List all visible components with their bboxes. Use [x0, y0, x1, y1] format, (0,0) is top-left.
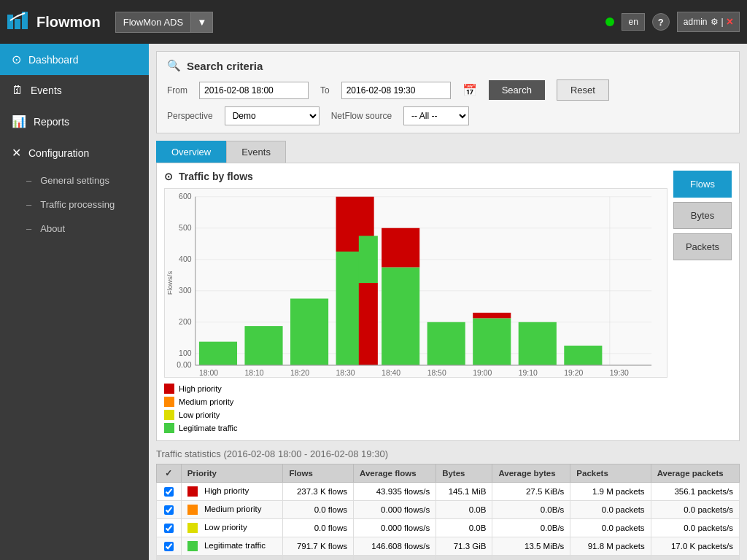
- chart-legend: High priority Medium priority Low priori…: [164, 384, 667, 433]
- stats-title: Traffic statistics (2016-02-08 18:00 - 2…: [156, 448, 740, 459]
- dashboard-icon: ⊙: [12, 52, 21, 66]
- priority-label-3: Legitimate traffic: [204, 541, 266, 550]
- content: 🔍 Search criteria From To 📅 Search Reset…: [149, 44, 747, 560]
- row-bytes-1: 0.0B: [436, 501, 492, 519]
- svg-rect-17: [199, 342, 237, 365]
- search-panel: 🔍 Search criteria From To 📅 Search Reset…: [156, 51, 740, 133]
- col-header-avg-bytes: Average bytes: [492, 464, 570, 483]
- user-menu[interactable]: admin ⚙ | ×: [677, 12, 740, 32]
- row-avg-packets-2: 0.0 packets/s: [651, 519, 739, 537]
- legend-item-low: Low priority: [164, 410, 667, 420]
- chart-container: 600 500 400 300 200 100 0.00 Flows/s: [164, 188, 667, 378]
- svg-rect-24: [382, 268, 419, 365]
- svg-text:Flows/s: Flows/s: [166, 271, 174, 295]
- col-header-avg-packets: Average packets: [651, 464, 739, 483]
- priority-checkbox-0[interactable]: [164, 487, 174, 497]
- sidebar-item-configuration[interactable]: ✕ Configuration: [0, 137, 149, 168]
- priority-color-0: [187, 486, 198, 497]
- header: Flowmon FlowMon ADS ▼ en ? admin ⚙ | ×: [0, 0, 747, 44]
- row-check-2: [157, 519, 182, 537]
- sidebar-item-traffic-processing[interactable]: Traffic processing: [0, 192, 149, 217]
- to-input[interactable]: [341, 82, 451, 99]
- user-settings-icon: ⚙: [711, 17, 719, 27]
- priority-color-2: [187, 523, 198, 533]
- logo-icon: [7, 10, 31, 34]
- netflow-select[interactable]: -- All --: [403, 106, 469, 125]
- priority-checkbox-2[interactable]: [164, 524, 174, 533]
- table-header-row: ✓ Priority Flows Average flows Bytes Ave…: [157, 464, 740, 483]
- app-name: FlowMon ADS: [123, 17, 183, 28]
- search-row-dates: From To 📅 Search Reset: [167, 79, 729, 101]
- app-selector[interactable]: FlowMon ADS: [115, 12, 191, 33]
- separator: |: [721, 17, 724, 27]
- svg-text:19:30: 19:30: [610, 368, 629, 377]
- search-panel-header: 🔍 Search criteria: [167, 59, 729, 72]
- priority-checkbox-3[interactable]: [164, 542, 174, 551]
- events-icon: 🗓: [12, 84, 23, 97]
- legend-label-high: High priority: [179, 384, 222, 393]
- svg-text:18:30: 18:30: [336, 368, 355, 377]
- legend-color-legitimate: [164, 423, 174, 433]
- row-flows-1: 0.0 flows: [283, 501, 354, 519]
- sidebar-item-reports[interactable]: 📊 Reports: [0, 106, 149, 137]
- sidebar-item-dashboard[interactable]: ⊙ Dashboard: [0, 44, 149, 75]
- flows-button[interactable]: Flows: [673, 171, 732, 198]
- tabs: Overview Events: [156, 141, 740, 163]
- row-avg-flows-0: 43.935 flows/s: [354, 483, 436, 501]
- sidebar-item-label: Configuration: [28, 147, 89, 159]
- status-indicator: [605, 18, 614, 26]
- sidebar-item-label: Dashboard: [28, 54, 79, 66]
- language-button[interactable]: en: [622, 13, 644, 31]
- total-flows: 1.0 M flows: [283, 556, 354, 561]
- row-flows-3: 791.7 K flows: [283, 537, 354, 556]
- legend-item-legitimate: Legitimate traffic: [164, 423, 667, 433]
- row-check-3: [157, 537, 182, 556]
- priority-checkbox-1[interactable]: [164, 505, 174, 515]
- reset-button[interactable]: Reset: [557, 79, 609, 101]
- row-priority-3: Legitimate traffic: [181, 537, 283, 556]
- svg-rect-27: [473, 318, 511, 365]
- svg-rect-0: [7, 15, 13, 29]
- priority-label-1: Medium priority: [204, 505, 262, 513]
- row-packets-0: 1.9 M packets: [570, 483, 651, 501]
- bytes-button[interactable]: Bytes: [673, 202, 732, 229]
- legend-color-high: [164, 384, 174, 394]
- tab-events[interactable]: Events: [226, 141, 286, 163]
- total-bytes: 71.4 GiB: [436, 556, 492, 561]
- total-check: [157, 556, 182, 561]
- row-check-1: [157, 501, 182, 519]
- row-bytes-2: 0.0B: [436, 519, 492, 537]
- help-button[interactable]: ?: [652, 13, 670, 31]
- priority-color-3: [187, 541, 198, 551]
- perspective-select[interactable]: Demo: [225, 106, 320, 125]
- row-check-0: [157, 483, 182, 501]
- stats-table: ✓ Priority Flows Average flows Bytes Ave…: [156, 464, 740, 560]
- reports-icon: 📊: [12, 114, 26, 128]
- logout-icon[interactable]: ×: [727, 15, 733, 28]
- calendar-icon[interactable]: 📅: [462, 83, 477, 97]
- row-avg-flows-1: 0.000 flows/s: [354, 501, 436, 519]
- svg-text:500: 500: [179, 223, 191, 232]
- sidebar-item-general-settings[interactable]: General settings: [0, 168, 149, 192]
- row-flows-2: 0.0 flows: [283, 519, 354, 537]
- legend-label-medium: Medium priority: [179, 397, 233, 406]
- row-avg-bytes-2: 0.0B/s: [492, 519, 570, 537]
- svg-text:18:50: 18:50: [427, 368, 446, 377]
- legend-label-legitimate: Legitimate traffic: [179, 424, 238, 432]
- tab-overview[interactable]: Overview: [156, 141, 226, 163]
- sidebar-item-about[interactable]: About: [0, 217, 149, 241]
- search-criteria-title: Search criteria: [187, 60, 263, 72]
- table-row: Medium priority 0.0 flows 0.000 flows/s …: [157, 501, 740, 519]
- svg-text:400: 400: [179, 254, 191, 263]
- total-label: Total traffic: [181, 556, 283, 561]
- legend-color-low: [164, 410, 174, 420]
- row-avg-packets-1: 0.0 packets/s: [651, 501, 739, 519]
- sidebar-item-events[interactable]: 🗓 Events: [0, 75, 149, 106]
- from-input[interactable]: [199, 82, 309, 99]
- app-selector-arrow[interactable]: ▼: [191, 12, 213, 33]
- svg-text:19:00: 19:00: [473, 368, 492, 377]
- search-button[interactable]: Search: [489, 80, 545, 100]
- row-packets-1: 0.0 packets: [570, 501, 651, 519]
- legend-item-high: High priority: [164, 384, 667, 394]
- packets-button[interactable]: Packets: [673, 233, 732, 260]
